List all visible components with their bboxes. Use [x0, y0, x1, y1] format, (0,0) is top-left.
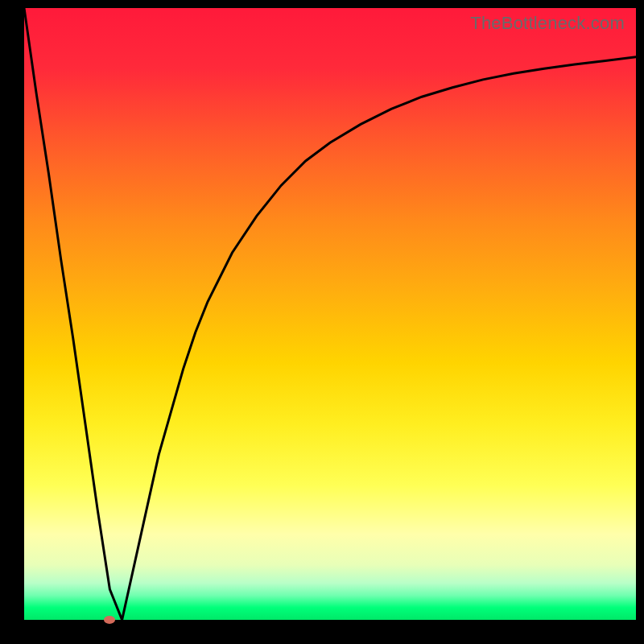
curve-svg	[24, 8, 636, 620]
chart-frame: TheBottleneck.com	[0, 0, 644, 644]
minimum-marker	[104, 616, 115, 624]
plot-area: TheBottleneck.com	[24, 8, 636, 620]
curve-path	[24, 8, 636, 620]
